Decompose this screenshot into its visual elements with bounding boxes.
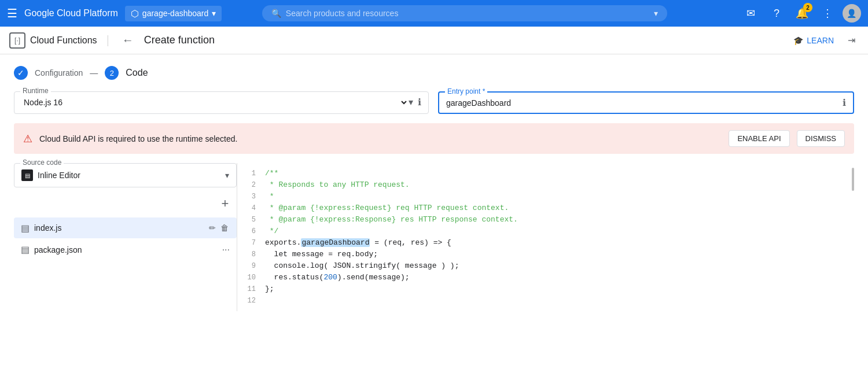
runtime-help-icon[interactable]: ℹ [418,97,421,108]
product-icon: [·] [9,32,25,49]
entry-point-label: Entry point * [445,87,487,95]
project-chevron-icon: ▾ [212,9,216,18]
code-line: 9 console.log( JSON.stringify( message )… [237,260,854,272]
left-panel: Source code ▤ Inline Editor ▾ + ▤ index.… [14,163,237,311]
avatar-icon: 👤 [847,9,856,18]
alert-banner: ⚠ Cloud Build API is required to use the… [14,123,854,154]
entry-point-input[interactable] [446,98,838,108]
email-icon-button[interactable]: ✉ [741,3,762,24]
learn-button[interactable]: 🎓 LEARN [788,32,840,49]
menu-icon[interactable]: ☰ [7,6,17,20]
code-line: 6 */ [237,226,854,237]
runtime-field[interactable]: Runtime Node.js 16 ▾ ℹ [14,91,429,114]
learn-label: LEARN [807,36,834,45]
notification-badge: 2 [803,3,812,12]
step-dash: — [90,68,98,78]
add-file-button[interactable]: + [216,194,234,213]
search-chevron-icon: ▾ [654,9,658,18]
project-selector[interactable]: ⬡ garage-dashboard ▾ [125,6,222,21]
code-line: 7 exports.garageDashboard = (req, res) =… [237,237,854,249]
enable-api-button[interactable]: ENABLE API [729,130,789,147]
edit-file-icon[interactable]: ✏ [208,222,217,234]
file-name: index.js [34,223,203,233]
stepper: ✓ Configuration — 2 Code [0,54,868,91]
source-dropdown-wrap: Source code ▤ Inline Editor ▾ [14,163,237,187]
code-line: 5 * @param {!express:Response} res HTTP … [237,214,854,226]
file-item[interactable]: ▤ package.json ··· [14,239,237,260]
code-line: 10 res.status(200).send(message); [237,272,854,283]
file-name: package.json [34,245,218,254]
navbar-actions: ✉ ? 🔔 2 ⋮ 👤 [741,3,861,24]
step2-label: Code [126,68,148,78]
notifications-icon-button[interactable]: 🔔 2 [792,3,812,24]
search-input[interactable] [286,9,649,18]
code-line: 4 * @param {!express:Request} req HTTP r… [237,202,854,214]
file-icon: ▤ [21,223,30,234]
back-button[interactable]: ← [119,31,137,50]
source-section: Source code ▤ Inline Editor ▾ + ▤ index.… [0,163,868,311]
source-dropdown-text: Inline Editor [38,171,220,180]
search-bar[interactable]: 🔍 ▾ [262,5,667,21]
code-editor[interactable]: 1 /** 2 * Responds to any HTTP request. … [237,163,854,311]
code-line: 2 * Responds to any HTTP request. [237,179,854,191]
runtime-dropdown-icon: ▾ [409,97,413,108]
more-options-icon-button[interactable]: ⋮ [817,3,838,24]
add-file-row: + [14,194,237,213]
project-name: garage-dashboard [142,9,208,18]
delete-file-icon[interactable]: 🗑 [219,222,230,234]
fields-row: Runtime Node.js 16 ▾ ℹ Entry point * ℹ [0,91,868,123]
file-actions: ✏ 🗑 [208,222,230,234]
page-title: Create function [144,34,215,46]
collapse-button[interactable]: ⇥ [844,31,859,49]
source-dropdown-chevron-icon: ▾ [225,171,229,180]
step1-done-icon: ✓ [14,66,28,80]
entry-point-field[interactable]: Entry point * ℹ [438,91,854,114]
inline-editor-icon: ▤ [21,169,33,181]
product-name: Cloud Functions [30,35,97,46]
learn-icon: 🎓 [793,36,803,45]
subheader-actions: 🎓 LEARN ⇥ [788,31,859,49]
step1-label: Configuration [35,68,83,78]
runtime-label: Runtime [20,87,51,95]
dismiss-button[interactable]: DISMISS [797,130,845,147]
file-icon: ▤ [21,244,30,255]
app-title: Google Cloud Platform [24,8,118,19]
avatar[interactable]: 👤 [843,4,861,23]
product-nav[interactable]: [·] Cloud Functions [9,32,97,49]
scrollbar[interactable] [852,168,854,191]
step2-number: 2 [105,66,119,80]
code-line: 12 [237,295,854,307]
runtime-select[interactable]: Node.js 16 [21,97,409,108]
alert-text: Cloud Build API is required to use the r… [39,134,722,143]
code-line: 11 }; [237,283,854,295]
code-line: 3 * [237,191,854,202]
navbar: ☰ Google Cloud Platform ⬡ garage-dashboa… [0,0,868,27]
project-icon: ⬡ [131,8,139,19]
code-line: 1 /** [237,168,854,179]
code-line: 8 let message = req.body; [237,249,854,260]
subheader: [·] Cloud Functions | ← Create function … [0,27,868,54]
source-code-label: Source code [20,158,64,167]
help-icon-button[interactable]: ? [766,3,787,24]
alert-error-icon: ⚠ [23,132,32,145]
source-dropdown[interactable]: ▤ Inline Editor ▾ [14,164,236,187]
entry-point-help-icon[interactable]: ℹ [843,97,846,108]
subheader-divider: | [106,34,109,47]
search-icon: 🔍 [271,9,281,18]
file-item[interactable]: ▤ index.js ✏ 🗑 [14,217,237,238]
file-more-icon[interactable]: ··· [222,245,230,255]
